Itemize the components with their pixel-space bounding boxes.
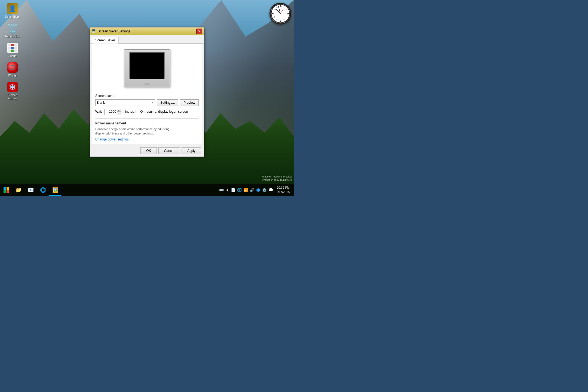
change-power-settings-link[interactable]: Change power settings <box>95 137 129 141</box>
screensaver-section-label: Screen saver <box>95 94 199 98</box>
explorer-icon: 📁 <box>16 187 22 193</box>
volume-icon[interactable]: 🔊 <box>250 188 254 192</box>
app-icon-2[interactable]: 🌐 <box>237 188 242 192</box>
start-icon-q3 <box>4 190 6 193</box>
dialog-title: Screen Saver Settings <box>98 29 196 33</box>
start-icon-q1 <box>4 187 6 190</box>
ok-button[interactable]: OK <box>140 147 157 154</box>
apply-button[interactable]: Apply <box>182 147 201 154</box>
taskbar: 📁 📧 🌐 🖼️ ⌨️ ▲ 📄 🌐 📶 🔊 🔷 ⚙️ 💬 10:32 PM 1/… <box>0 184 294 196</box>
resume-checkbox[interactable] <box>136 110 139 113</box>
taskbar-item-outlook[interactable]: 📧 <box>24 184 37 196</box>
dialog-tabs: Screen Saver <box>90 35 204 44</box>
monitor-base <box>144 83 150 85</box>
start-icon <box>4 187 9 193</box>
dialog-footer: OK Cancel Apply <box>90 145 204 157</box>
outlook-icon: 📧 <box>28 187 34 193</box>
monitor-screen <box>129 52 165 79</box>
resume-checkbox-row: On resume, display logon screen <box>136 110 188 114</box>
monitor-frame <box>124 49 170 87</box>
power-management-label: Power management <box>95 121 199 125</box>
notification-icon[interactable]: 💬 <box>268 188 273 192</box>
settings-icon[interactable]: ⚙️ <box>262 188 267 192</box>
wait-input-wrapper: ▲ ▼ <box>104 109 121 115</box>
network-icon[interactable]: 📶 <box>243 188 248 192</box>
taskbar-clock[interactable]: 10:32 PM 1/17/2015 <box>274 186 292 194</box>
wait-input[interactable] <box>105 109 117 115</box>
minutes-label: minutes <box>122 110 134 114</box>
wait-label: Wait: <box>95 110 103 114</box>
spinner-controls: ▲ ▼ <box>117 109 121 115</box>
start-icon-q2 <box>7 187 9 190</box>
power-management-section: Power management Conserve energy or maxi… <box>95 118 199 141</box>
taskbar-item-ie[interactable]: 🌐 <box>37 184 49 196</box>
taskbar-right: ⌨️ ▲ 📄 🌐 📶 🔊 🔷 ⚙️ 💬 10:32 PM 1/17/2015 <box>219 184 294 196</box>
start-icon-q4 <box>7 190 9 193</box>
dialog-overlay: 🖥️ Screen Saver Settings ✕ Screen Saver … <box>0 0 294 184</box>
dropdown-arrow-icon: ▼ <box>152 101 154 104</box>
tab-screen-saver[interactable]: Screen Saver <box>92 37 119 44</box>
power-management-desc: Conserve energy or maximize performance … <box>95 127 199 136</box>
spinner-up-button[interactable]: ▲ <box>117 109 121 112</box>
taskbar-date: 1/17/2015 <box>276 190 290 194</box>
dialog-titlebar: 🖥️ Screen Saver Settings ✕ <box>90 27 204 35</box>
monitor-preview <box>95 47 199 90</box>
spinner-down-button[interactable]: ▼ <box>117 112 121 115</box>
dialog-content: Screen saver Blank ▼ Settings... Preview… <box>92 44 202 145</box>
screen-saver-dialog: 🖥️ Screen Saver Settings ✕ Screen Saver … <box>90 27 204 157</box>
preview-button[interactable]: Preview <box>180 99 199 106</box>
taskbar-time: 10:32 PM <box>277 186 290 190</box>
screensaver-value: Blank <box>97 101 105 105</box>
screensaver-dropdown[interactable]: Blank ▼ <box>95 99 155 106</box>
dialog-close-button[interactable]: ✕ <box>196 29 202 34</box>
settings-button[interactable]: Settings... <box>157 99 178 106</box>
screensaver-row: Blank ▼ Settings... Preview <box>95 99 199 106</box>
cancel-button[interactable]: Cancel <box>158 147 180 154</box>
bluetooth-icon[interactable]: 🔷 <box>256 188 261 192</box>
wait-row: Wait: ▲ ▼ minutes On resume, display log… <box>95 109 199 115</box>
start-button[interactable] <box>0 184 12 196</box>
app-icon-1[interactable]: 📄 <box>231 188 235 192</box>
dialog-controls: ✕ <box>196 29 202 34</box>
keyboard-icon[interactable]: ⌨️ <box>219 188 224 192</box>
ie-icon: 🌐 <box>40 187 46 193</box>
active-window-icon: 🖼️ <box>52 187 58 193</box>
system-tray: ⌨️ ▲ 📄 🌐 📶 🔊 🔷 ⚙️ 💬 <box>219 188 273 192</box>
taskbar-item-explorer[interactable]: 📁 <box>12 184 24 196</box>
up-arrow-icon[interactable]: ▲ <box>225 188 229 192</box>
taskbar-items: 📁 📧 🌐 🖼️ <box>12 184 219 196</box>
dialog-app-icon: 🖥️ <box>92 29 96 33</box>
taskbar-item-active[interactable]: 🖼️ <box>49 184 61 196</box>
resume-label: On resume, display logon screen <box>140 110 188 114</box>
